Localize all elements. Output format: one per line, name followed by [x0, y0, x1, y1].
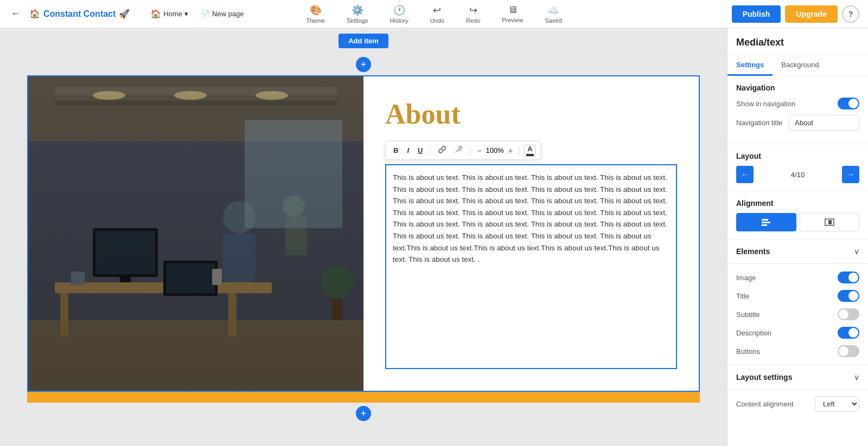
show-navigation-toggle[interactable]: [838, 98, 859, 109]
svg-rect-25: [28, 76, 363, 391]
bottom-bar: [27, 392, 700, 403]
italic-button[interactable]: I: [404, 144, 412, 157]
layout-section: Layout ← 4/10 →: [727, 144, 868, 191]
underline-button[interactable]: U: [414, 144, 426, 157]
increase-font-button[interactable]: +: [506, 145, 515, 156]
align-right-button[interactable]: [800, 213, 860, 231]
undo-icon: ↩: [433, 4, 441, 16]
element-image-row: Image: [736, 268, 859, 287]
undo-label: Undo: [430, 17, 444, 24]
upgrade-button[interactable]: Upgrade: [785, 5, 838, 23]
layout-settings-title: Layout settings: [736, 373, 792, 382]
text-editor-toolbar: B I U − 100%: [385, 141, 541, 160]
element-subtitle-toggle[interactable]: [838, 308, 859, 320]
panel-tabs: Settings Background: [727, 55, 868, 76]
bold-button[interactable]: B: [390, 144, 401, 157]
element-image-toggle[interactable]: [838, 272, 859, 283]
top-plus-button[interactable]: +: [356, 57, 371, 72]
description-text: This is about us text. This is about us …: [393, 173, 667, 263]
layout-count: 4/10: [754, 171, 842, 179]
svg-rect-13: [120, 277, 131, 282]
canvas-area: Add item + ≡ 🗑 ▶: [0, 28, 727, 446]
svg-rect-27: [762, 219, 768, 221]
add-item-bar: Add item: [339, 28, 388, 54]
new-page-icon: 📄: [201, 10, 210, 18]
svg-rect-31: [828, 220, 832, 224]
description-text-box[interactable]: This is about us text. This is about us …: [385, 164, 677, 369]
align-left-button[interactable]: [736, 213, 796, 231]
settings-icon: ⚙️: [352, 4, 363, 16]
unlink-button[interactable]: [451, 144, 465, 157]
content-alignment-row: Content alignment Left Center Right: [736, 396, 859, 412]
redo-button[interactable]: ↪ Redo: [462, 2, 484, 26]
separator-2: [470, 146, 470, 155]
main-layout: Add item + ≡ 🗑 ▶: [0, 28, 868, 446]
preview-label: Preview: [502, 17, 523, 23]
settings-button[interactable]: ⚙️ Settings: [342, 2, 373, 26]
element-description-label: Description: [736, 329, 771, 337]
decrease-font-button[interactable]: −: [475, 145, 483, 156]
layout-next-button[interactable]: →: [842, 166, 859, 183]
home-nav-item[interactable]: 🏠 Home ▾: [145, 5, 194, 22]
svg-rect-17: [223, 234, 256, 282]
layout-prev-button[interactable]: ←: [736, 166, 754, 183]
link-button[interactable]: [435, 144, 449, 157]
text-color-button[interactable]: A: [524, 145, 536, 157]
bottom-plus-button[interactable]: +: [356, 406, 371, 421]
publish-button[interactable]: Publish: [732, 5, 781, 23]
svg-rect-14: [163, 261, 218, 296]
history-label: History: [390, 17, 408, 24]
content-alignment-select[interactable]: Left Center Right: [815, 396, 859, 412]
saved-label: Saved: [545, 17, 561, 24]
help-button[interactable]: ?: [842, 5, 859, 23]
svg-rect-3: [55, 101, 337, 105]
tab-background[interactable]: Background: [773, 55, 827, 76]
layout-settings-header[interactable]: Layout settings ∨: [727, 365, 868, 390]
elements-collapse-icon: ∨: [854, 247, 859, 256]
new-page-item[interactable]: 📄 New page: [196, 7, 250, 21]
section-drag-button[interactable]: ≡: [637, 82, 654, 99]
history-button[interactable]: 🕐 History: [385, 2, 412, 26]
section-delete-button[interactable]: 🗑: [656, 82, 674, 99]
navigation-title: Navigation: [736, 83, 859, 92]
topbar-right: Publish Upgrade ?: [576, 5, 859, 23]
elements-list: Image Title Subtitle Description Buttons: [727, 264, 868, 365]
back-button[interactable]: ←: [9, 6, 23, 22]
navigation-section: Navigation Show in navigation Navigation…: [727, 76, 868, 144]
element-image-label: Image: [736, 274, 756, 282]
navigation-title-row: Navigation title: [736, 115, 859, 131]
home-label: Home: [163, 10, 182, 18]
saved-button: ☁️ Saved: [540, 2, 566, 26]
elements-title: Elements: [736, 247, 770, 256]
elements-section-header[interactable]: Elements ∨: [727, 240, 868, 264]
tab-settings[interactable]: Settings: [727, 55, 773, 76]
svg-rect-8: [55, 282, 272, 293]
layout-selector: ← 4/10 →: [736, 166, 859, 183]
rocket-icon: 🚀: [119, 9, 130, 19]
nav-title-input[interactable]: [789, 115, 859, 131]
svg-rect-7: [28, 320, 363, 391]
element-description-toggle[interactable]: [838, 327, 859, 339]
svg-rect-2: [55, 87, 337, 95]
topbar: ← 🏠 Constant Contact 🚀 🏠 Home ▾ 📄 New pa…: [0, 0, 868, 28]
preview-button[interactable]: 🖥 Preview: [497, 2, 527, 25]
redo-label: Redo: [466, 17, 480, 24]
section-video-button[interactable]: ▶: [676, 82, 693, 99]
element-title-toggle[interactable]: [838, 290, 859, 302]
element-description-row: Description: [736, 324, 859, 342]
svg-rect-22: [331, 299, 342, 320]
home-dropdown-icon: ▾: [184, 10, 188, 18]
about-title: About: [385, 98, 677, 130]
nav-title-label: Navigation title: [736, 119, 782, 127]
layout-title: Layout: [736, 152, 859, 160]
svg-point-16: [223, 201, 256, 234]
undo-button[interactable]: ↩ Undo: [426, 2, 449, 26]
add-item-button[interactable]: Add item: [339, 34, 388, 48]
element-buttons-toggle[interactable]: [838, 345, 859, 357]
show-navigation-label: Show in navigation: [736, 100, 795, 108]
svg-rect-0: [28, 76, 363, 391]
alignment-buttons: [736, 213, 859, 231]
element-subtitle-row: Subtitle: [736, 305, 859, 324]
theme-button[interactable]: 🎨 Theme: [302, 2, 329, 26]
content-alignment-label: Content alignment: [736, 400, 794, 408]
